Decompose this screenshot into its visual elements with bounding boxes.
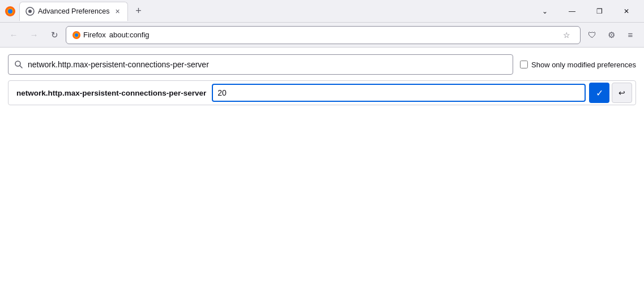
search-input[interactable] [28, 60, 507, 69]
window-controls: ⌄ — ❐ ✕ [532, 2, 639, 20]
svg-point-4 [28, 10, 32, 13]
preference-search-box[interactable] [8, 54, 513, 75]
preference-reset-button[interactable]: ↩ [612, 83, 632, 103]
main-content: Show only modified preferences network.h… [0, 48, 644, 301]
titlebar: Advanced Preferences × + ⌄ — ❐ ✕ [0, 0, 644, 23]
svg-line-9 [20, 66, 22, 68]
tab-close-button[interactable]: × [113, 7, 122, 16]
shield-button[interactable]: 🛡 [583, 26, 601, 44]
window-chevron-button[interactable]: ⌄ [532, 2, 558, 20]
svg-point-7 [75, 33, 78, 37]
tab-title: Advanced Preferences [38, 7, 109, 15]
reload-button[interactable]: ↻ [45, 26, 63, 44]
show-modified-row: Show only modified preferences [520, 61, 636, 69]
preference-value-input[interactable] [212, 84, 586, 102]
search-icon [14, 60, 23, 69]
bookmark-button[interactable]: ☆ [558, 27, 574, 43]
toolbar: ← → ↻ Firefox about:config ☆ 🛡 ⚙ ≡ [0, 23, 644, 48]
preference-confirm-button[interactable]: ✓ [589, 83, 609, 103]
browser-name: Firefox [83, 31, 106, 39]
new-tab-button[interactable]: + [130, 3, 146, 19]
preference-name: network.http.max-persistent-connections-… [16, 89, 206, 97]
window-maximize-button[interactable]: ❐ [586, 2, 612, 20]
window-close-button[interactable]: ✕ [613, 2, 639, 20]
tab-strip: Advanced Preferences × + [19, 0, 532, 22]
window-minimize-button[interactable]: — [559, 2, 585, 20]
tab-advanced-preferences[interactable]: Advanced Preferences × [19, 2, 128, 21]
menu-button[interactable]: ≡ [621, 26, 639, 44]
firefox-logo [5, 6, 19, 17]
extensions-button[interactable]: ⚙ [602, 26, 620, 44]
show-modified-checkbox[interactable] [520, 61, 528, 68]
firefox-brand: Firefox [72, 31, 106, 40]
show-modified-label: Show only modified preferences [531, 61, 636, 69]
back-button[interactable]: ← [5, 26, 23, 44]
forward-button[interactable]: → [25, 26, 43, 44]
preference-actions: ✓ ↩ [586, 83, 636, 103]
tab-icon [25, 7, 35, 16]
address-bar[interactable]: Firefox about:config ☆ [66, 26, 581, 44]
search-row: Show only modified preferences [8, 54, 636, 75]
address-right-icons: ☆ [558, 27, 574, 43]
svg-point-2 [8, 9, 12, 14]
toolbar-right: 🛡 ⚙ ≡ [583, 26, 639, 44]
url-text: about:config [109, 31, 150, 39]
preference-row: network.http.max-persistent-connections-… [8, 80, 636, 105]
